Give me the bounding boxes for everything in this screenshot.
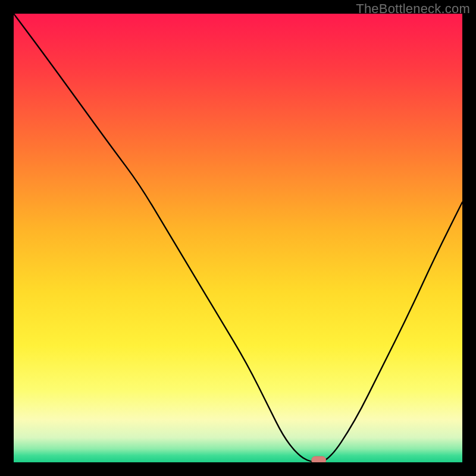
- watermark-text: TheBottleneck.com: [356, 1, 470, 17]
- valley-marker: [312, 456, 326, 462]
- plot-area: [14, 14, 462, 462]
- gradient-background: [14, 14, 462, 462]
- chart-frame: TheBottleneck.com: [0, 0, 476, 476]
- chart-svg: [14, 14, 462, 462]
